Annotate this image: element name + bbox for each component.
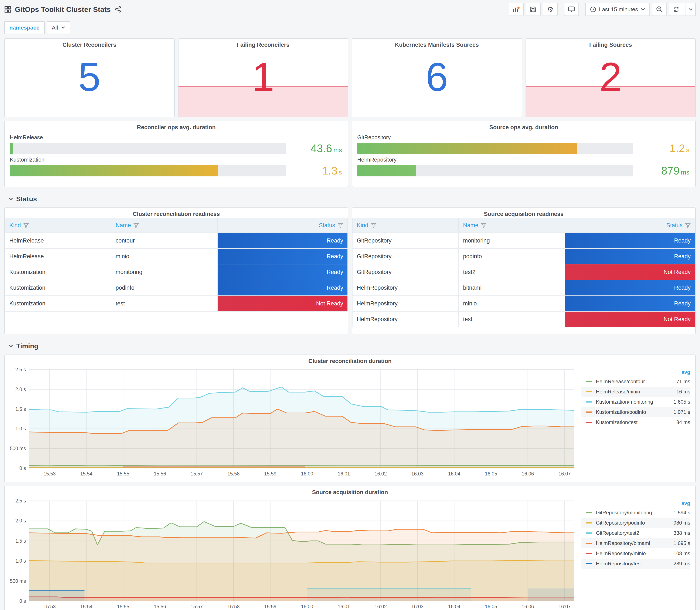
panel-title[interactable]: Cluster reconciliation duration (5, 355, 695, 365)
table-cell: HelmRepository (352, 311, 459, 327)
svg-text:16:01: 16:01 (338, 604, 350, 609)
variable-namespace-value[interactable]: All (47, 21, 70, 34)
page-title[interactable]: GitOps Toolkit Cluster Stats (15, 5, 111, 14)
stat-panel-kubernetes-manifests-sources: Kubernetes Manifests Sources6 (352, 38, 522, 117)
column-header-kind[interactable]: Kind (5, 218, 111, 233)
gauge-track (10, 165, 286, 176)
legend-avg-header[interactable]: avg (663, 500, 690, 506)
legend-avg-value: 1.594 s (663, 510, 690, 516)
clock-icon (590, 6, 596, 13)
gauge-item-kustomization: Kustomization1.3s (10, 157, 342, 177)
svg-text:15:53: 15:53 (43, 471, 56, 477)
time-range-picker[interactable]: Last 15 minutes (585, 3, 650, 16)
panel-title[interactable]: Reconciler ops avg. duration (5, 121, 348, 131)
time-series-plot[interactable]: 0 s500 ms1.0 s1.5 s2.0 s2.5 s15:5315:541… (5, 497, 582, 610)
column-header-name[interactable]: Name (459, 218, 565, 233)
column-header-name[interactable]: Name (111, 218, 217, 233)
save-dashboard-button[interactable] (526, 3, 541, 16)
gauge-value-unit: s (686, 146, 689, 154)
panel-title[interactable]: Source acquisition readiness (352, 208, 695, 218)
legend-item[interactable]: HelmRepository/bitnami1.695 s (582, 538, 690, 548)
series-color-icon (586, 532, 592, 534)
column-header-status[interactable]: Status (565, 218, 695, 233)
chart-body: 0 s500 ms1.0 s1.5 s2.0 s2.5 s15:5315:541… (5, 497, 695, 610)
panel-title[interactable]: Source ops avg. duration (352, 121, 695, 131)
panel-title[interactable]: Cluster reconciliation readiness (5, 208, 348, 218)
legend-avg-value: 1.071 s (663, 409, 690, 415)
legend-item[interactable]: HelmRelease/minio16 ms (582, 387, 690, 397)
status-cell: Ready (217, 280, 348, 296)
legend-item[interactable]: Kustomization/monitoring1.605 s (582, 397, 690, 407)
panel-title[interactable]: Kubernetes Manifests Sources (352, 39, 522, 49)
legend-item[interactable]: Kustomization/test84 ms (582, 417, 690, 428)
table-cell: minio (111, 248, 217, 264)
add-panel-button[interactable] (509, 3, 524, 16)
legend-avg-value: 1.695 s (663, 540, 690, 546)
panel-source-acquisition-readiness: Source acquisition readinessKindNameStat… (352, 207, 696, 334)
table-cell: Kustomization (5, 296, 111, 311)
legend-item[interactable]: HelmRepository/test289 ms (582, 559, 690, 569)
legend-header: avg (582, 499, 690, 508)
section-status[interactable]: Status (4, 190, 696, 207)
stat-panel-failing-reconcilers: Failing Reconcilers1 (178, 38, 348, 117)
gauge-fill (10, 165, 218, 176)
zoom-out-button[interactable] (652, 3, 667, 16)
legend-avg-value: 84 ms (663, 419, 690, 425)
status-cell: Ready (565, 248, 695, 264)
gauge-value: 43.6ms (292, 142, 342, 155)
status-cell: Ready (217, 233, 348, 248)
legend-series-name: HelmRepository/minio (596, 550, 663, 557)
legend-avg-header[interactable]: avg (663, 369, 690, 375)
gauge-value-unit: s (339, 169, 342, 176)
svg-text:0 s: 0 s (19, 598, 26, 604)
legend-series-name: Kustomization/test (596, 419, 663, 425)
table-cell: HelmRepository (352, 280, 459, 296)
gauge-value-unit: ms (681, 169, 689, 176)
svg-text:15:55: 15:55 (117, 471, 129, 477)
series-color-icon (586, 401, 592, 403)
tv-mode-button[interactable] (564, 3, 579, 16)
refresh-interval-dropdown[interactable] (686, 3, 695, 16)
panel-title[interactable]: Source acquisition duration (5, 486, 695, 497)
svg-text:500 ms: 500 ms (10, 446, 26, 451)
share-icon[interactable] (115, 6, 121, 13)
legend-item[interactable]: GitRepository/test2338 ms (582, 528, 690, 538)
gauge-line: 1.2s (357, 142, 689, 155)
gauge-value-unit: ms (333, 146, 342, 154)
panel-title[interactable]: Failing Reconcilers (179, 39, 348, 49)
variable-namespace-label[interactable]: namespace (4, 21, 45, 34)
legend-item[interactable]: HelmRepository/minio108 ms (582, 548, 690, 559)
legend-item[interactable]: Kustomization/podinfo1.071 s (582, 407, 690, 417)
time-series-plot[interactable]: 0 s500 ms1.0 s1.5 s2.0 s2.5 s15:5315:541… (5, 365, 582, 481)
svg-text:500 ms: 500 ms (10, 578, 26, 584)
dashboard-settings-button[interactable]: ⚙ (543, 3, 558, 16)
gauges-row: Reconciler ops avg. durationHelmRelease4… (4, 121, 696, 187)
chart-row-2: Source acquisition duration0 s500 ms1.0 … (4, 486, 696, 610)
section-timing[interactable]: Timing (4, 338, 696, 354)
legend-item[interactable]: GitRepository/monitoring1.594 s (582, 508, 690, 518)
legend-series-name: Kustomization/podinfo (596, 409, 663, 415)
table-row: HelmReleaseminioReady (5, 248, 348, 264)
legend-series-name: GitRepository/monitoring (596, 510, 663, 516)
column-header-label: Kind (9, 222, 21, 229)
column-header-status[interactable]: Status (217, 218, 348, 233)
gauge-fill (357, 165, 416, 176)
legend-avg-value: 338 ms (663, 530, 690, 536)
panel-title[interactable]: Cluster Reconcilers (5, 39, 174, 49)
readiness-table: KindNameStatusHelmReleasecontourReadyHel… (5, 218, 348, 311)
gauge-value-number: 1.2 (670, 142, 685, 155)
chevron-down-icon (61, 26, 65, 29)
svg-text:15:54: 15:54 (80, 471, 93, 477)
gauge-value: 1.2s (639, 142, 689, 155)
legend-item[interactable]: GitRepository/podinfo980 ms (582, 518, 690, 528)
chart-row-1: Cluster reconciliation duration0 s500 ms… (4, 354, 696, 482)
panel-title[interactable]: Failing Sources (526, 39, 696, 49)
refresh-button[interactable] (669, 3, 696, 16)
table-cell: GitRepository (352, 264, 459, 280)
legend-series-name: HelmRepository/test (596, 561, 663, 567)
column-header-kind[interactable]: Kind (352, 218, 459, 233)
panel-cluster-reconciliation-duration: Cluster reconciliation duration0 s500 ms… (4, 354, 696, 482)
table-header-row: KindNameStatus (352, 218, 695, 233)
legend-item[interactable]: HelmRelease/contour71 ms (582, 376, 690, 387)
table-header-row: KindNameStatus (5, 218, 348, 233)
